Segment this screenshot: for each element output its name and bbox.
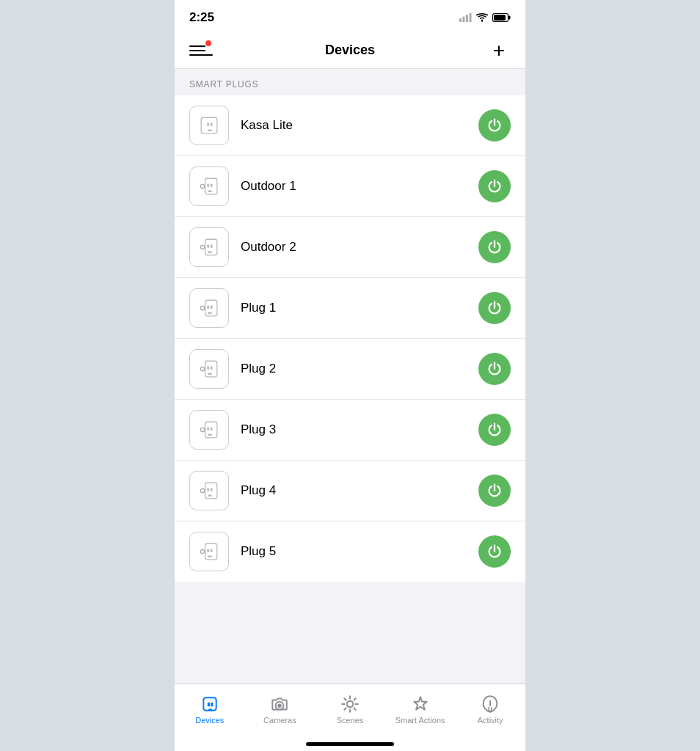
status-bar: 2:25 [175,0,525,32]
plug-icon [189,227,229,267]
tab-devices[interactable]: Devices [175,695,245,725]
battery-icon [492,13,511,22]
power-button[interactable] [478,109,511,142]
svg-point-52 [278,703,282,707]
power-button[interactable] [478,231,511,263]
svg-rect-44 [207,549,209,552]
svg-rect-11 [208,129,211,131]
device-name: Outdoor 1 [241,179,478,194]
svg-point-12 [200,184,204,188]
hamburger-line-3 [189,54,213,56]
tab-label-cameras: Cameras [263,716,296,725]
plug-icon [189,532,229,571]
svg-point-22 [200,306,204,309]
device-name: Plug 4 [241,483,478,498]
svg-rect-41 [208,494,211,497]
svg-rect-30 [211,366,213,370]
power-button[interactable] [478,292,511,324]
svg-rect-7 [494,15,506,21]
svg-rect-39 [207,488,209,491]
svg-rect-46 [208,555,211,557]
svg-rect-35 [211,427,213,431]
svg-rect-50 [208,709,212,711]
wifi-icon [476,13,488,22]
activity-icon [481,695,500,714]
tab-activity[interactable]: Activity [455,695,525,725]
device-row[interactable]: Outdoor 1 [175,156,525,217]
tab-scenes[interactable]: Scenes [315,695,385,725]
power-button[interactable] [478,414,511,446]
power-button[interactable] [478,475,511,507]
device-list: Kasa Lite Outdoor 1 Outdoor 2 Plug 1 Plu [175,95,525,582]
home-bar [306,742,394,746]
svg-rect-36 [208,433,211,436]
svg-rect-2 [466,15,468,22]
menu-button[interactable] [189,39,213,62]
svg-rect-20 [211,244,213,248]
svg-rect-14 [207,183,209,187]
device-row[interactable]: Plug 3 [175,400,525,461]
device-name: Outdoor 2 [241,240,478,254]
plug-icon [189,106,229,145]
tab-label-smart-actions: Smart Actions [395,716,445,725]
svg-rect-1 [463,17,465,23]
plug-icon [189,471,229,510]
device-row[interactable]: Plug 4 [175,461,525,521]
svg-rect-19 [207,244,209,248]
device-row[interactable]: Kasa Lite [175,95,525,156]
svg-rect-0 [459,18,462,22]
add-button[interactable]: + [487,39,511,62]
svg-rect-25 [211,305,213,309]
device-name: Plug 5 [241,544,478,559]
power-button[interactable] [478,535,511,568]
device-name: Kasa Lite [241,118,478,133]
tab-bar: Devices Cameras Scenes Smart Actions Act… [175,684,525,736]
status-time: 2:25 [189,10,214,25]
power-button[interactable] [478,170,511,202]
device-row[interactable]: Outdoor 2 [175,217,525,278]
device-row[interactable]: Plug 1 [175,278,525,339]
home-indicator [175,736,525,751]
tab-label-devices: Devices [195,716,224,725]
tab-cameras[interactable]: Cameras [245,695,316,725]
device-name: Plug 2 [241,362,478,376]
svg-rect-40 [211,488,213,491]
plug-icon [189,349,229,389]
svg-rect-26 [208,312,211,314]
phone-frame: 2:25 [175,0,525,751]
svg-line-58 [344,698,346,700]
scenes-icon [340,695,360,714]
svg-rect-9 [207,122,209,126]
svg-line-59 [354,708,355,709]
signal-icon [459,13,472,22]
svg-point-42 [200,549,204,553]
svg-rect-10 [211,122,213,126]
tab-label-scenes: Scenes [337,716,364,725]
svg-point-32 [200,428,204,431]
plug-icon [189,288,229,328]
status-icons [459,13,511,22]
svg-rect-3 [470,13,472,22]
svg-line-60 [344,708,346,709]
devices-icon [200,695,219,714]
device-name: Plug 1 [241,301,478,315]
svg-rect-34 [207,427,209,431]
tab-smart-actions[interactable]: Smart Actions [385,695,456,725]
notification-dot [205,40,211,46]
hamburger-line-2 [189,50,205,51]
svg-point-17 [200,245,204,249]
cameras-icon [270,695,289,714]
svg-rect-21 [208,251,211,253]
svg-rect-31 [208,373,211,375]
svg-rect-16 [208,190,211,192]
content-area: SMART PLUGS Kasa Lite Outdoor 1 Outdoor … [175,69,525,684]
power-button[interactable] [478,353,511,385]
svg-rect-6 [508,16,511,20]
tab-label-activity: Activity [478,716,503,725]
device-row[interactable]: Plug 5 [175,521,525,582]
svg-rect-45 [211,549,213,552]
svg-rect-29 [207,366,209,370]
device-name: Plug 3 [241,422,478,437]
smart-actions-icon [411,695,430,714]
device-row[interactable]: Plug 2 [175,339,525,400]
